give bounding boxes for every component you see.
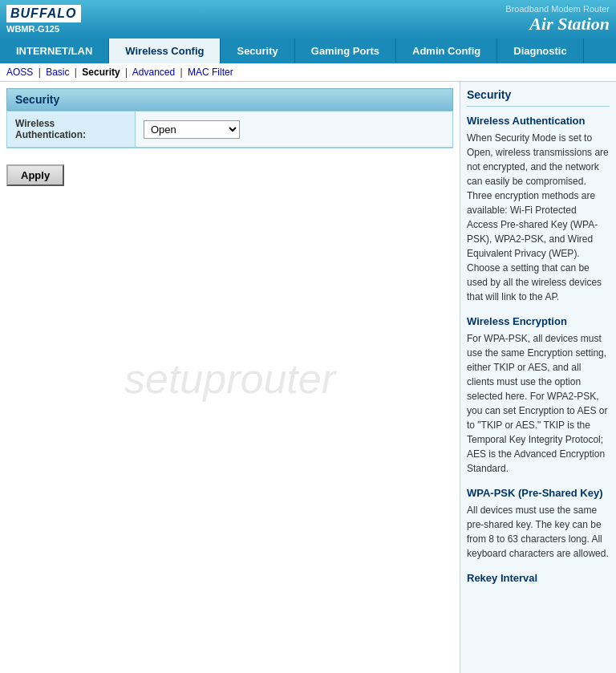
subnav-security-active: Security	[82, 67, 120, 78]
tab-gaming-ports[interactable]: Gaming Ports	[295, 39, 396, 63]
subnav-advanced[interactable]: Advanced	[132, 67, 175, 78]
auth-row: WirelessAuthentication: Open WPA-PSK WPA…	[7, 111, 452, 148]
airstation-area: Broadband Modem Router Air Station	[505, 4, 610, 34]
tab-admin-config[interactable]: Admin Config	[396, 39, 497, 63]
sidebar-heading-2: WPA-PSK (Pre-Shared Key)	[467, 487, 610, 499]
header: BUFFALO WBMR-G125 Broadband Modem Router…	[0, 0, 616, 39]
sidebar-text-1: For WPA-PSK, all devices must use the sa…	[467, 331, 610, 476]
subnav-mac-filter[interactable]: MAC Filter	[188, 67, 233, 78]
tab-diagnostic[interactable]: Diagnostic	[497, 39, 583, 63]
logo-area: BUFFALO WBMR-G125	[6, 5, 81, 34]
right-sidebar: Security Wireless Authentication When Se…	[460, 82, 616, 673]
tab-internet-lan[interactable]: INTERNET/LAN	[0, 39, 109, 63]
auth-label: WirelessAuthentication:	[7, 111, 136, 147]
apply-area: Apply	[6, 156, 453, 186]
subnav-basic[interactable]: Basic	[46, 67, 69, 78]
section-title: Security	[6, 88, 453, 111]
sidebar-heading-3: Rekey Interval	[467, 572, 610, 584]
tab-security[interactable]: Security	[221, 39, 294, 63]
broadband-text: Broadband Modem Router	[505, 4, 610, 14]
sidebar-scrollable[interactable]: Security Wireless Authentication When Se…	[460, 82, 616, 673]
sidebar-text-0: When Security Mode is set to Open, wirel…	[467, 131, 610, 304]
tab-wireless-config[interactable]: Wireless Config	[109, 39, 221, 63]
sidebar-heading-1: Wireless Encryption	[467, 315, 610, 327]
sidebar-text-2: All devices must use the same pre-shared…	[467, 503, 610, 561]
sub-nav: AOSS | Basic | Security | Advanced | MAC…	[0, 63, 616, 82]
auth-value: Open WPA-PSK WPA2-PSK WEP	[136, 111, 452, 147]
form-table: WirelessAuthentication: Open WPA-PSK WPA…	[6, 111, 453, 148]
buffalo-logo: BUFFALO	[6, 5, 81, 22]
nav-tabs: INTERNET/LAN Wireless Config Security Ga…	[0, 39, 616, 63]
sidebar-title: Security	[467, 88, 610, 101]
model-name: WBMR-G125	[6, 24, 81, 34]
airstation-logo: Air Station	[505, 14, 610, 34]
apply-button[interactable]: Apply	[6, 164, 64, 186]
sidebar-heading-0: Wireless Authentication	[467, 115, 610, 127]
sidebar-divider	[467, 106, 610, 107]
auth-select[interactable]: Open WPA-PSK WPA2-PSK WEP	[144, 120, 240, 139]
left-content: Security WirelessAuthentication: Open WP…	[0, 82, 460, 673]
subnav-aoss[interactable]: AOSS	[6, 67, 33, 78]
main-layout: Security WirelessAuthentication: Open WP…	[0, 82, 616, 673]
watermark: setuprouter	[124, 355, 335, 403]
